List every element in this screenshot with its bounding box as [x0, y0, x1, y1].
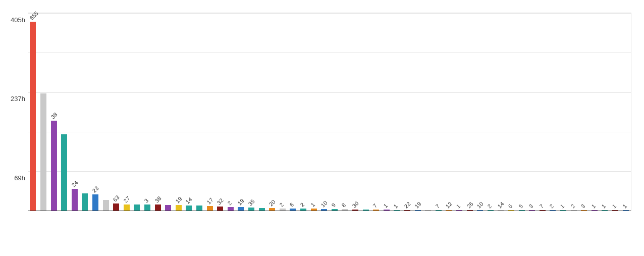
bar[interactable]	[82, 193, 88, 211]
bar[interactable]: 12	[446, 210, 452, 211]
bar-value-label: 22	[403, 200, 412, 209]
bar-value-label: 20	[268, 198, 277, 207]
bar[interactable]: 22	[404, 210, 410, 211]
bar[interactable]	[40, 93, 46, 211]
bar-value-label: 27	[122, 195, 131, 203]
x-tick-label	[133, 212, 164, 236]
bar[interactable]: 10	[321, 209, 327, 211]
bar[interactable]: 3	[581, 210, 587, 211]
bar[interactable]: 23	[92, 194, 98, 211]
bar[interactable]	[61, 134, 67, 211]
x-tick-label	[29, 212, 60, 236]
x-tick-label	[154, 212, 185, 236]
bar-value-label: 1	[601, 203, 607, 210]
bar[interactable]: 2	[550, 210, 556, 211]
bar[interactable]: 7	[373, 210, 379, 211]
bar[interactable]: 1	[311, 209, 317, 211]
bar[interactable]	[103, 200, 109, 211]
bar-value-label: 5	[517, 203, 524, 210]
bar[interactable]	[425, 210, 431, 211]
bar[interactable]: 26	[467, 210, 473, 211]
bar[interactable]: 6	[508, 210, 514, 211]
bar[interactable]: 1	[623, 210, 629, 211]
x-axis-line	[28, 211, 631, 211]
bar-value-label: 8	[341, 202, 347, 209]
bar[interactable]: 1	[560, 210, 566, 211]
bar[interactable]: 24	[72, 189, 78, 211]
bar-value-label: 12	[445, 200, 453, 209]
x-tick-label	[466, 212, 497, 236]
bar[interactable]: 30	[352, 210, 358, 211]
bar[interactable]: 10	[477, 210, 483, 211]
x-tick-label	[570, 212, 601, 236]
bar[interactable]	[363, 210, 369, 211]
bar[interactable]: 3	[144, 204, 150, 211]
bar[interactable]: 655	[30, 22, 36, 211]
bar[interactable]: 5	[519, 210, 525, 211]
bar[interactable]	[134, 204, 140, 211]
bar-value-label: 7	[434, 203, 441, 210]
bars-container: 6553824236327338191417322193520262110983…	[28, 13, 631, 211]
x-tick-label	[81, 212, 112, 236]
bar[interactable]: 7	[436, 210, 442, 211]
bar[interactable]: 1	[394, 210, 400, 211]
bar[interactable]: 27	[124, 204, 130, 211]
x-tick-label	[237, 212, 268, 236]
bar-value-label: 7	[372, 202, 379, 209]
bar-value-label: 2	[569, 203, 576, 210]
bar[interactable]: 9	[332, 209, 338, 211]
x-tick-label	[394, 212, 424, 236]
x-tick-label	[269, 212, 299, 236]
bar[interactable]	[165, 205, 171, 211]
bar[interactable]: 35	[248, 208, 254, 211]
bar[interactable]: 19	[415, 210, 421, 211]
bar[interactable]	[196, 206, 202, 211]
bar[interactable]: 32	[217, 207, 223, 211]
x-tick-label	[602, 212, 632, 236]
x-tick-label	[612, 212, 642, 236]
x-tick-label	[185, 212, 216, 236]
x-tick-label	[123, 212, 154, 236]
bar[interactable]: 1	[456, 210, 462, 211]
bar[interactable]: 2	[280, 209, 286, 211]
x-tick-label	[404, 212, 435, 236]
bar-value-label: 1	[455, 203, 462, 210]
bar[interactable]: 2	[300, 209, 306, 211]
bar-value-label: 1	[621, 203, 628, 210]
bar[interactable]: 19	[176, 205, 182, 211]
x-labels-container	[28, 212, 631, 252]
bar-value-label: 1	[382, 202, 389, 209]
bar[interactable]: 2	[571, 210, 577, 211]
x-tick-label	[362, 212, 393, 236]
bar[interactable]: 1	[384, 210, 390, 211]
bar-value-label: 3	[528, 203, 534, 210]
bar-value-label: 1	[309, 201, 316, 208]
bar[interactable]: 8	[342, 209, 348, 211]
bar[interactable]: 3	[529, 210, 535, 211]
bar[interactable]	[259, 208, 265, 211]
bar[interactable]: 7	[540, 210, 546, 211]
bar[interactable]: 19	[238, 207, 244, 211]
bar[interactable]: 1	[592, 210, 598, 211]
x-tick-label	[113, 212, 143, 236]
bar[interactable]: 20	[269, 208, 275, 211]
x-tick-label	[71, 212, 102, 236]
x-tick-label	[206, 212, 237, 236]
bar-value-label: 30	[351, 200, 360, 209]
bar-value-label: 1	[393, 203, 399, 210]
y-tick-405: 405h	[0, 16, 25, 24]
bar[interactable]: 6	[290, 209, 296, 211]
bar[interactable]: 14	[498, 210, 504, 211]
bar[interactable]: 2	[488, 210, 494, 211]
x-tick-label	[310, 212, 341, 236]
bar-value-label: 38	[49, 111, 58, 120]
bar[interactable]: 1	[612, 210, 618, 211]
bar[interactable]: 17	[207, 206, 213, 211]
bar[interactable]: 38	[51, 121, 57, 211]
bar[interactable]: 1	[602, 210, 608, 211]
bar[interactable]: 63	[113, 203, 119, 211]
x-tick-label	[279, 212, 310, 236]
bar[interactable]: 2	[228, 207, 234, 211]
bar[interactable]: 38	[155, 204, 161, 211]
bar[interactable]: 14	[186, 206, 192, 211]
